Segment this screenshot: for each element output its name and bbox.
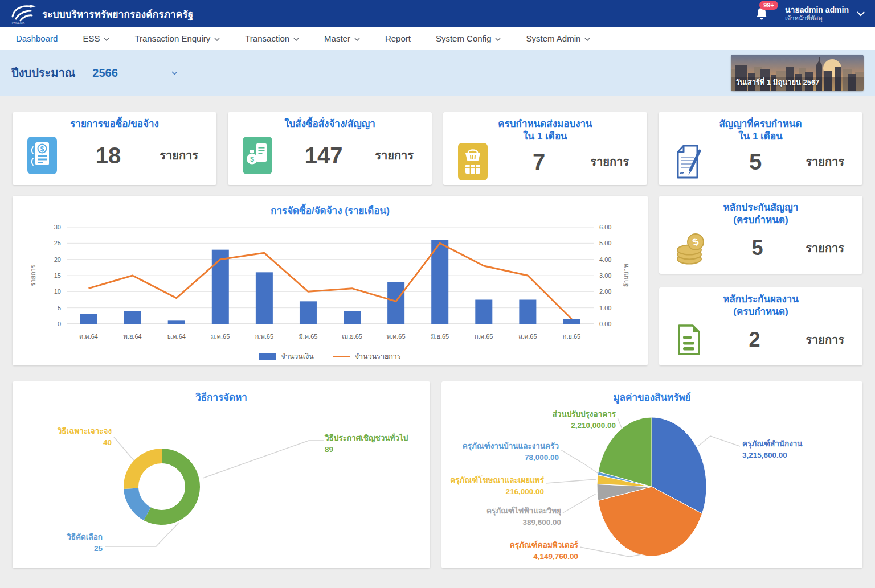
chart-slice-label: วิธีคัดเลือก25: [67, 532, 103, 555]
fiscal-year-label: ปีงบประมาณ: [11, 64, 75, 82]
svg-text:0: 0: [58, 320, 61, 327]
legend-line-label: จำนวนรายการ: [355, 351, 401, 362]
svg-text:10: 10: [54, 288, 61, 295]
user-name: นายadmin admin: [785, 5, 849, 15]
phoenix-logo-icon: PHOENIX: [10, 2, 36, 25]
menu-item-label: System Config: [436, 34, 492, 43]
svg-text:ธ.ค.64: ธ.ค.64: [167, 333, 185, 340]
menu-item-label: Dashboard: [16, 34, 58, 43]
logo-wordmark: PHOENIX: [12, 21, 25, 24]
stat-unit: รายการ: [806, 239, 844, 257]
user-role: เจ้าหน้าที่พัสดุ: [785, 15, 849, 22]
chart-slice-label: ครุภัณฑ์คอมพิวเตอร์4,149,760.00: [510, 540, 578, 563]
current-date-label: วันเสาร์ที่ 1 มิถุนายน 2567: [735, 76, 820, 88]
stat-unit: รายการ: [375, 146, 414, 165]
menu-item-label: Transaction: [245, 34, 289, 43]
notification-badge: 99+: [759, 1, 778, 10]
svg-text:0.00: 0.00: [599, 320, 611, 327]
menu-item-system-config[interactable]: System Config: [423, 27, 514, 50]
chevron-down-icon: [354, 38, 360, 41]
contract-pen-icon: [673, 143, 705, 180]
procurement-chart-panel: การจัดซื้อ/จัดจ้าง (รายเดือน) 0510152025…: [13, 196, 648, 365]
chevron-down-icon: [214, 38, 220, 41]
svg-text:2.00: 2.00: [599, 288, 611, 295]
bottom-row: วิธีการจัดหา วิธีประกาศเชิญชวนทั่วไป89วิ…: [13, 381, 862, 568]
user-info: นายadmin admin เจ้าหน้าที่พัสดุ: [785, 5, 849, 22]
menu-item-transaction[interactable]: Transaction: [232, 27, 312, 50]
top-navbar: PHOENIX ระบบบริหารทรัพยากรองค์กรภาครัฐ 9…: [0, 0, 875, 27]
side-card-performance-guarantee[interactable]: หลักประกันผลงาน(ครบกำหนด) 2 รายการ: [659, 287, 862, 365]
menu-item-label: System Admin: [526, 34, 580, 43]
stat-value: 7: [488, 149, 590, 175]
chart-slice-label: ครุภัณฑ์โฆษณาและเผยแพร่216,000.00: [450, 475, 544, 498]
menu-item-label: Report: [385, 34, 411, 43]
svg-text:ก.พ.65: ก.พ.65: [255, 333, 273, 340]
stat-value: 5: [705, 149, 806, 175]
stat-card-title: ใบสั่งซื้อสั่งจ้าง/สัญญา: [235, 118, 425, 130]
stat-card-contracts-due[interactable]: สัญญาที่ครบกำหนดใน 1 เดือน: [659, 112, 862, 185]
svg-text:มี.ค.65: มี.ค.65: [299, 333, 317, 340]
menu-item-transaction-enquiry[interactable]: Transaction Enquiry: [122, 27, 232, 50]
svg-text:พ.ย.64: พ.ย.64: [124, 333, 142, 340]
user-menu-chevron-icon[interactable]: [857, 11, 865, 17]
date-banner: วันเสาร์ที่ 1 มิถุนายน 2567: [731, 55, 864, 91]
svg-text:6.00: 6.00: [599, 224, 611, 231]
stat-card-purchase-requests[interactable]: รายการขอซื้อ/ขอจ้าง $: [13, 112, 216, 185]
chart-slice-label: ส่วนปรับปรุงอาคาร2,210,000.00: [553, 409, 616, 432]
stat-card-title: สัญญาที่ครบกำหนดใน 1 เดือน: [665, 118, 856, 143]
basket-calendar-icon: [458, 143, 488, 180]
chevron-down-icon: [171, 71, 178, 75]
stat-value: 18: [57, 143, 160, 168]
chart-slice-label: ครุภัณฑ์สำนักงาน3,215,600.00: [742, 438, 803, 462]
svg-text:ก.ย.65: ก.ย.65: [563, 333, 580, 340]
receipt-dollar-icon: $: [27, 137, 57, 174]
procurement-method-donut-chart: วิธีประกาศเชิญชวนทั่วไป89วิธีคัดเลือก25ว…: [13, 381, 430, 568]
asset-value-panel: มูลค่าของสินทรัพย์ ครุภัณฑ์สำนักงาน3,215…: [441, 381, 862, 568]
app-title: ระบบบริหารทรัพยากรองค์กรภาครัฐ: [42, 6, 193, 22]
svg-text:25: 25: [54, 240, 61, 246]
svg-text:1.00: 1.00: [599, 305, 611, 311]
procurement-combo-chart: 0510152025300.001.002.003.004.005.006.00…: [13, 218, 648, 347]
stat-value: 5: [709, 236, 806, 260]
menu-item-system-admin[interactable]: System Admin: [513, 27, 603, 50]
legend-bar-swatch: [259, 353, 276, 360]
svg-text:$: $: [40, 145, 44, 153]
menu-item-ess[interactable]: ESS: [70, 27, 122, 50]
svg-text:$: $: [250, 155, 254, 163]
menu-item-dashboard[interactable]: Dashboard: [3, 27, 70, 50]
chevron-down-icon: [495, 38, 501, 41]
svg-text:ก.ค.65: ก.ค.65: [475, 333, 493, 340]
svg-text:เม.ย.65: เม.ย.65: [342, 333, 362, 340]
svg-text:30: 30: [54, 224, 61, 231]
chart-slice-label: ครุภัณฑ์งานบ้านและงานครัว78,000.00: [463, 441, 559, 464]
side-card-contract-guarantee[interactable]: หลักประกันสัญญา(ครบกำหนด) $ 5 รายการ: [659, 196, 862, 274]
menu-item-report[interactable]: Report: [373, 27, 423, 50]
green-document-icon: [674, 323, 704, 357]
stat-card-purchase-orders[interactable]: ใบสั่งซื้อสั่งจ้าง/สัญญา $ 147: [228, 112, 432, 185]
stat-unit: รายการ: [806, 331, 844, 349]
stat-value: 2: [704, 328, 806, 352]
svg-text:ต.ค.64: ต.ค.64: [79, 333, 98, 340]
menu-item-label: ESS: [83, 34, 100, 43]
stat-unit: รายการ: [160, 146, 198, 165]
svg-text:ส.ค.65: ส.ค.65: [518, 333, 537, 340]
svg-text:15: 15: [54, 272, 61, 279]
svg-text:พ.ค.65: พ.ค.65: [387, 333, 406, 340]
stat-card-delivery-due[interactable]: ครบกำหนดส่งมอบงานใน 1 เดือน: [443, 112, 647, 185]
stat-unit: รายการ: [806, 153, 844, 171]
stat-card-title: ครบกำหนดส่งมอบงานใน 1 เดือน: [450, 118, 640, 143]
notifications-button[interactable]: 99+: [752, 4, 771, 23]
svg-text:มิ.ย.65: มิ.ย.65: [431, 333, 449, 340]
svg-text:5.00: 5.00: [599, 240, 611, 246]
fiscal-year-select[interactable]: 2566: [92, 67, 178, 80]
gold-coins-icon: $: [674, 231, 709, 266]
chart-title: มูลค่าของสินทรัพย์: [441, 381, 862, 405]
chart-title: วิธีการจัดหา: [13, 381, 430, 405]
procurement-method-panel: วิธีการจัดหา วิธีประกาศเชิญชวนทั่วไป89วิ…: [13, 381, 430, 568]
menu-item-master[interactable]: Master: [312, 27, 373, 50]
filter-bar: ปีงบประมาณ 2566: [0, 50, 875, 96]
chevron-down-icon: [584, 38, 590, 41]
stat-cards-row: รายการขอซื้อ/ขอจ้าง $: [13, 112, 862, 180]
stat-value: 147: [272, 143, 375, 168]
svg-text:ล้านบาท: ล้านบาท: [623, 264, 629, 287]
